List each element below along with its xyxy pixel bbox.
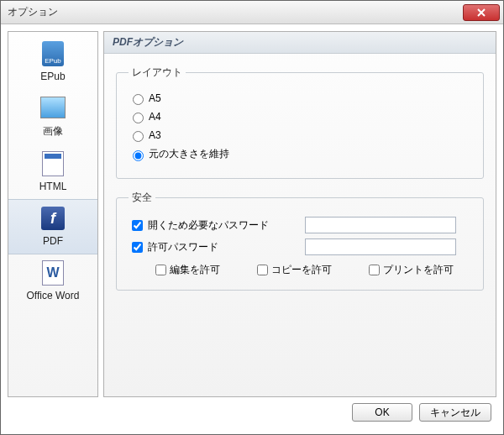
open-password-field[interactable] — [305, 217, 456, 233]
radio-label: A5 — [149, 92, 161, 104]
radio-a3[interactable] — [133, 131, 144, 142]
epub-icon: EPub — [39, 40, 66, 67]
permission-password-field[interactable] — [305, 238, 456, 255]
sidebar-item-label: PDF — [8, 235, 97, 247]
close-button[interactable] — [463, 4, 500, 21]
content-panel: PDFオプション レイアウト A5 A4 — [103, 31, 496, 397]
checkbox-permission-password[interactable] — [132, 242, 143, 253]
close-icon — [477, 8, 486, 17]
sidebar-item-label: 画像 — [8, 124, 97, 139]
layout-legend: レイアウト — [129, 66, 186, 80]
sidebar-item-word[interactable]: W Office Word — [8, 254, 97, 308]
ok-button[interactable]: OK — [352, 403, 412, 422]
radio-label: A3 — [149, 129, 161, 141]
radio-a4[interactable] — [133, 113, 144, 123]
security-legend: 安全 — [129, 191, 155, 205]
checkbox-allow-print[interactable] — [369, 265, 380, 275]
footer: OK キャンセル — [8, 397, 496, 427]
permission-password-label: 許可パスワード — [148, 240, 218, 254]
checkbox-allow-copy[interactable] — [257, 265, 268, 275]
sidebar-item-label: Office Word — [8, 290, 97, 301]
security-group: 安全 開くため必要なパスワード 許可パスワード — [116, 191, 484, 291]
sidebar-item-image[interactable]: 画像 — [8, 89, 97, 145]
radio-keep-size[interactable] — [133, 150, 144, 161]
allow-print-label: プリントを許可 — [383, 263, 454, 277]
radio-label: A4 — [149, 111, 161, 123]
layout-group: レイアウト A5 A4 A3 — [116, 66, 484, 179]
allow-edit-label: 編集を許可 — [170, 263, 220, 277]
word-icon: W — [39, 259, 66, 286]
pdf-icon: f — [39, 205, 66, 232]
radio-a5[interactable] — [133, 94, 144, 105]
titlebar: オプション — [1, 1, 503, 24]
sidebar-item-label: EPub — [8, 71, 97, 82]
open-password-label: 開くため必要なパスワード — [148, 218, 269, 233]
radio-label: 元の大きさを維持 — [149, 147, 229, 161]
cancel-button[interactable]: キャンセル — [419, 403, 491, 422]
allow-copy-label: コピーを許可 — [271, 263, 332, 277]
checkbox-open-password[interactable] — [132, 220, 143, 231]
panel-title: PDFオプション — [104, 32, 496, 54]
checkbox-allow-edit[interactable] — [155, 265, 166, 275]
sidebar-item-pdf[interactable]: f PDF — [8, 199, 97, 254]
html-icon — [39, 150, 66, 177]
window-title: オプション — [8, 5, 463, 19]
sidebar: EPub EPub 画像 HTML f PDF W Office Wor — [8, 31, 98, 397]
sidebar-item-epub[interactable]: EPub EPub — [8, 35, 97, 89]
sidebar-item-label: HTML — [8, 181, 97, 192]
image-icon — [39, 94, 66, 121]
sidebar-item-html[interactable]: HTML — [8, 145, 97, 199]
